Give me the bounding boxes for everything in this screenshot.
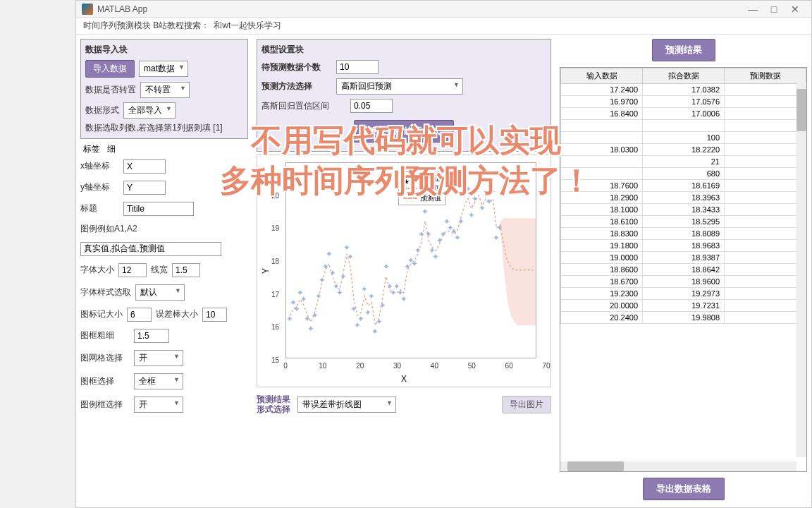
export-image-button[interactable]: 导出图片 <box>502 396 551 413</box>
table-row[interactable]: 210 <box>561 156 806 168</box>
xaxis-input[interactable] <box>123 159 166 174</box>
random-style-button[interactable]: 随机更新绘图样式 <box>354 120 454 143</box>
table-header: 预测数据 <box>725 68 806 84</box>
table-row[interactable]: 16.840017.00060 <box>561 108 806 120</box>
results-table: 输入数据拟合数据预测数据 17.240017.0382016.970017.05… <box>560 68 806 324</box>
table-row[interactable]: 18.670018.96000 <box>561 276 806 288</box>
table-row[interactable]: 18.830018.80890 <box>561 228 806 240</box>
svg-text:✦: ✦ <box>414 246 422 255</box>
num-predict-input[interactable] <box>336 60 379 74</box>
svg-text:✦: ✦ <box>329 268 336 277</box>
linewidth-input[interactable] <box>172 263 200 277</box>
maximize-button[interactable]: □ <box>763 4 785 15</box>
fontsize-label: 字体大小 <box>80 264 114 276</box>
table-row[interactable]: 6800 <box>561 168 806 180</box>
table-row[interactable]: 0 <box>561 120 806 132</box>
table-row[interactable]: 18.860018.86420 <box>561 264 806 276</box>
legendbox-select[interactable]: 开 <box>134 397 183 413</box>
ci-label: 高斯回归置信区间 <box>262 100 346 112</box>
svg-text:✦: ✦ <box>336 288 343 297</box>
frame-select[interactable]: 全框 <box>134 373 183 389</box>
table-row[interactable]: 18.030018.22200 <box>561 144 806 156</box>
table-row[interactable]: 18.610018.52950 <box>561 216 806 228</box>
svg-text:✦: ✦ <box>340 272 347 281</box>
svg-text:✦: ✦ <box>418 229 425 238</box>
svg-text:✦: ✦ <box>376 317 383 326</box>
svg-text:✦: ✦ <box>372 327 379 336</box>
app-window: MATLAB App — □ ✕ 时间序列预测模块 B站教程搜索： 和wt一起快… <box>75 0 812 508</box>
frame-label: 图框选择 <box>80 375 130 387</box>
legend-input[interactable] <box>80 242 221 256</box>
table-row[interactable]: 20.000019.72310 <box>561 300 806 312</box>
table-row[interactable]: 16.970017.05760 <box>561 96 806 108</box>
table-vscroll[interactable] <box>796 82 806 457</box>
content: 数据导入块 导入数据 mat数据 数据是否转置 不转置 数据形式 全部导入 数据… <box>76 35 811 507</box>
title-input[interactable] <box>123 202 194 216</box>
table-row[interactable]: 18.760018.61690 <box>561 180 806 192</box>
svg-text:✦: ✦ <box>489 187 496 196</box>
errorbar-input[interactable] <box>202 308 227 322</box>
table-row[interactable]: 19.000018.93870 <box>561 252 806 264</box>
predict-result-button[interactable]: 预测结果 <box>652 39 715 61</box>
import-button[interactable]: 导入数据 <box>85 60 135 78</box>
svg-text:✦: ✦ <box>315 291 322 300</box>
svg-text:✦: ✦ <box>379 301 386 310</box>
subtitle-bar: 时间序列预测模块 B站教程搜索： 和wt一起快乐学习 <box>76 18 811 35</box>
ci-input[interactable] <box>350 99 393 113</box>
svg-text:✦: ✦ <box>479 203 486 212</box>
left-column: 数据导入块 导入数据 mat数据 数据是否转置 不转置 数据形式 全部导入 数据… <box>76 35 252 507</box>
table-row[interactable]: 20.240019.98080 <box>561 312 806 324</box>
svg-text:✦: ✦ <box>432 252 439 261</box>
app-title: MATLAB App <box>97 4 147 14</box>
data-type-select[interactable]: mat数据 <box>139 61 188 77</box>
svg-text:✦: ✦ <box>425 229 432 238</box>
table-row[interactable]: 18.100018.34330 <box>561 204 806 216</box>
subtitle-search: 和wt一起快乐学习 <box>214 20 281 32</box>
grid-select[interactable]: 开 <box>134 350 183 366</box>
box-input[interactable] <box>134 329 169 343</box>
export-table-button[interactable]: 导出数据表格 <box>643 478 725 500</box>
titlebar: MATLAB App — □ ✕ <box>76 1 811 18</box>
yaxis-input[interactable] <box>123 181 166 195</box>
matlab-icon <box>82 4 93 15</box>
svg-text:✦: ✦ <box>368 291 375 300</box>
errorbar-label: 误差棒大小 <box>156 308 198 320</box>
close-button[interactable]: ✕ <box>785 4 806 15</box>
svg-text:✦: ✦ <box>350 304 357 313</box>
svg-text:✦: ✦ <box>457 217 465 226</box>
subtitle-label: 时间序列预测模块 B站教程搜索： <box>83 20 209 32</box>
table-header: 拟合数据 <box>643 68 725 84</box>
transpose-select[interactable]: 不转置 <box>140 82 190 98</box>
chart-ylabel: Y <box>261 268 271 274</box>
grid-label: 图网格选择 <box>80 352 130 364</box>
result-form-select[interactable]: 带误差带折线图 <box>297 397 396 413</box>
svg-text:✦: ✦ <box>411 258 418 267</box>
fontstyle-select[interactable]: 默认 <box>135 284 185 301</box>
fontsize-input[interactable] <box>118 263 147 277</box>
svg-text:✦: ✦ <box>361 284 368 294</box>
marker-input[interactable] <box>127 308 152 322</box>
data-import-title: 数据导入块 <box>85 44 243 56</box>
table-row[interactable]: 19.230019.29730 <box>561 288 806 300</box>
svg-text:✦: ✦ <box>326 249 333 258</box>
minimize-button[interactable]: — <box>742 4 763 15</box>
svg-text:✦: ✦ <box>468 210 475 219</box>
svg-text:✦: ✦ <box>472 193 479 202</box>
method-select[interactable]: 高斯回归预测 <box>336 78 463 95</box>
table-hscroll[interactable] <box>560 461 796 471</box>
table-row[interactable]: 1000 <box>561 132 806 144</box>
table-row[interactable]: 17.240017.03820 <box>561 84 806 96</box>
xaxis-label: x轴坐标 <box>80 160 119 172</box>
shape-select[interactable]: 全部导入 <box>123 102 176 119</box>
table-row[interactable]: 18.290018.39630 <box>561 192 806 204</box>
method-label: 预测方法选择 <box>262 80 332 92</box>
box-label: 图框粗细 <box>80 329 130 341</box>
table-row[interactable]: 19.180018.96830 <box>561 240 806 252</box>
svg-text:✦: ✦ <box>343 242 350 251</box>
svg-text:✦: ✦ <box>312 310 319 320</box>
chart-xlabel: X <box>401 374 407 384</box>
svg-text:✦: ✦ <box>454 233 461 242</box>
chart-area: Y X ✦✦✦✦✦✦✦✦✦✦✦✦✦✦✦✦✦✦✦✦✦✦✦✦✦✦✦✦✦✦✦✦✦✦✦✦… <box>257 155 551 387</box>
svg-text:✦: ✦ <box>493 233 500 242</box>
chart-bottom-row: 预测结果 形式选择 带误差带折线图 导出图片 <box>257 390 551 419</box>
